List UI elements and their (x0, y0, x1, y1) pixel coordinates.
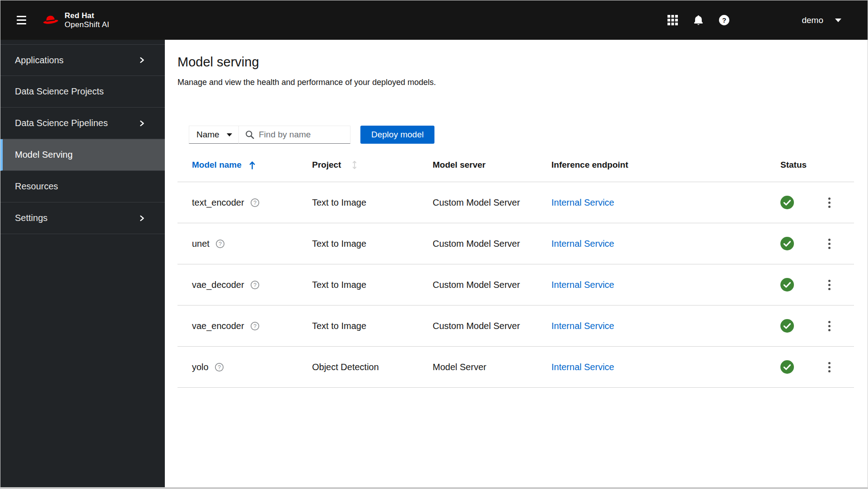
table-row: text_encoder ? Text to Image Custom Mode… (177, 182, 854, 223)
inference-endpoint-link[interactable]: Internal Service (551, 239, 614, 249)
column-header-status: Status (780, 160, 821, 170)
sidebar-item-applications[interactable]: Applications (0, 44, 165, 76)
masthead: Red Hat OpenShift AI (0, 0, 868, 40)
project-cell: Text to Image (312, 197, 433, 208)
help-tooltip-icon[interactable]: ? (215, 362, 224, 372)
model-name-cell: vae_encoder ? (192, 321, 312, 331)
sidebar-item-settings[interactable]: Settings (0, 202, 165, 234)
svg-text:?: ? (253, 200, 257, 206)
inference-endpoint-link[interactable]: Internal Service (551, 280, 614, 290)
model-name: yolo (192, 362, 209, 372)
model-name-cell: yolo ? (192, 362, 312, 372)
search-box (238, 126, 350, 144)
model-server-cell: Custom Model Server (433, 321, 551, 331)
filter-attribute-value: Name (196, 130, 219, 140)
model-name: vae_encoder (192, 321, 244, 331)
model-name-cell: unet ? (192, 239, 312, 249)
model-name: vae_decoder (192, 280, 244, 290)
row-kebab-menu-button[interactable] (821, 192, 837, 213)
notifications-button[interactable] (688, 10, 708, 30)
status-success-icon (780, 237, 794, 250)
chevron-right-icon (139, 57, 145, 63)
model-server-cell: Model Server (433, 362, 551, 372)
filter-group: Name (189, 126, 350, 144)
main-content: Model serving Manage and view the health… (165, 40, 868, 487)
row-kebab-menu-button[interactable] (821, 315, 837, 336)
help-button[interactable]: ? (714, 10, 734, 30)
table-row: vae_decoder ? Text to Image Custom Model… (177, 264, 854, 306)
chevron-right-icon (139, 215, 145, 221)
model-name: text_encoder (192, 197, 244, 208)
status-success-icon (780, 278, 794, 292)
sortable-icon (352, 160, 357, 169)
window-bottom-edge (0, 487, 868, 489)
status-success-icon (780, 319, 794, 333)
column-header-project[interactable]: Project (312, 160, 433, 170)
inference-endpoint-link[interactable]: Internal Service (551, 197, 614, 208)
app-launcher-button[interactable] (663, 10, 682, 30)
status-success-icon (780, 360, 794, 374)
sidebar-item-data-science-pipelines[interactable]: Data Science Pipelines (0, 108, 165, 139)
sidebar-item-data-science-projects[interactable]: Data Science Projects (0, 76, 165, 108)
svg-text:?: ? (219, 241, 222, 247)
table-row: vae_encoder ? Text to Image Custom Model… (177, 306, 854, 347)
filter-attribute-select[interactable]: Name (189, 126, 238, 144)
sidebar-item-label: Settings (15, 213, 47, 223)
svg-text:?: ? (218, 364, 221, 371)
page-title: Model serving (177, 53, 868, 71)
help-tooltip-icon[interactable]: ? (250, 198, 260, 207)
column-header-inference-endpoint: Inference endpoint (551, 160, 780, 170)
brand: Red Hat OpenShift AI (42, 11, 109, 28)
nav-toggle-button[interactable] (14, 13, 29, 27)
inference-endpoint-link[interactable]: Internal Service (551, 321, 614, 331)
sort-ascending-icon (249, 161, 256, 169)
deploy-model-button[interactable]: Deploy model (360, 126, 434, 144)
masthead-right: ? demo (663, 10, 868, 30)
svg-text:?: ? (253, 323, 257, 329)
model-server-cell: Custom Model Server (433, 280, 551, 290)
chevron-down-icon (227, 133, 232, 136)
table-body: text_encoder ? Text to Image Custom Mode… (177, 182, 854, 388)
user-dropdown[interactable]: demo (802, 15, 841, 25)
nav-list: Applications Data Science Projects Data … (0, 44, 165, 234)
models-table: Model name Project (177, 148, 854, 388)
sidebar-item-label: Data Science Pipelines (15, 118, 108, 128)
project-cell: Text to Image (312, 321, 433, 331)
app-launcher-grid-icon (667, 15, 678, 25)
username: demo (802, 15, 823, 25)
row-kebab-menu-button[interactable] (821, 357, 837, 377)
table-row: yolo ? Object Detection Model Server Int… (177, 347, 854, 388)
search-icon (245, 130, 254, 139)
brand-line2: OpenShift AI (65, 20, 109, 29)
hamburger-icon (17, 16, 26, 17)
svg-text:?: ? (722, 16, 726, 24)
question-circle-icon: ? (719, 14, 730, 26)
search-input[interactable] (259, 130, 345, 140)
sidebar-item-label: Applications (15, 55, 64, 66)
sidebar-item-model-serving[interactable]: Model Serving (0, 139, 165, 171)
model-name-cell: text_encoder ? (192, 197, 312, 208)
sidebar-item-label: Data Science Projects (15, 86, 104, 97)
inference-endpoint-link[interactable]: Internal Service (551, 362, 614, 372)
svg-text:?: ? (253, 282, 257, 288)
row-kebab-menu-button[interactable] (821, 274, 837, 295)
redhat-fedora-icon (42, 14, 60, 27)
sidebar-item-resources[interactable]: Resources (0, 171, 165, 202)
brand-line1: Red Hat (65, 11, 109, 20)
help-tooltip-icon[interactable]: ? (215, 239, 225, 249)
project-cell: Text to Image (312, 280, 433, 290)
column-header-model-name[interactable]: Model name (192, 160, 312, 170)
project-cell: Object Detection (312, 362, 433, 372)
row-kebab-menu-button[interactable] (821, 233, 837, 254)
chevron-down-icon (835, 19, 841, 22)
table-header-row: Model name Project (177, 148, 854, 182)
model-name: unet (192, 239, 210, 249)
chevron-right-icon (139, 120, 145, 127)
toolbar: Name Deploy model (189, 126, 868, 144)
model-server-cell: Custom Model Server (433, 239, 551, 249)
brand-text: Red Hat OpenShift AI (65, 11, 109, 28)
sidebar-item-label: Model Serving (15, 150, 73, 160)
help-tooltip-icon[interactable]: ? (250, 321, 260, 331)
sidebar-item-label: Resources (15, 181, 58, 192)
help-tooltip-icon[interactable]: ? (250, 280, 260, 290)
